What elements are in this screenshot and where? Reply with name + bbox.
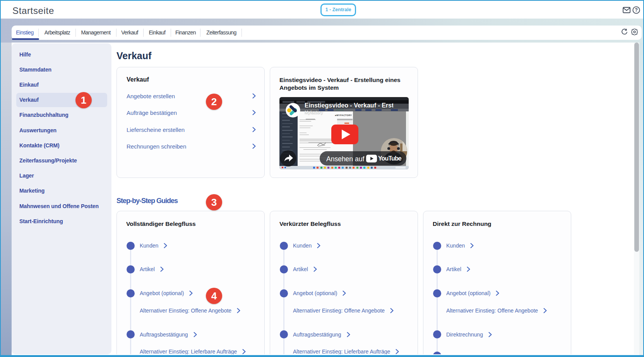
svg-text:?: ? (635, 7, 638, 13)
